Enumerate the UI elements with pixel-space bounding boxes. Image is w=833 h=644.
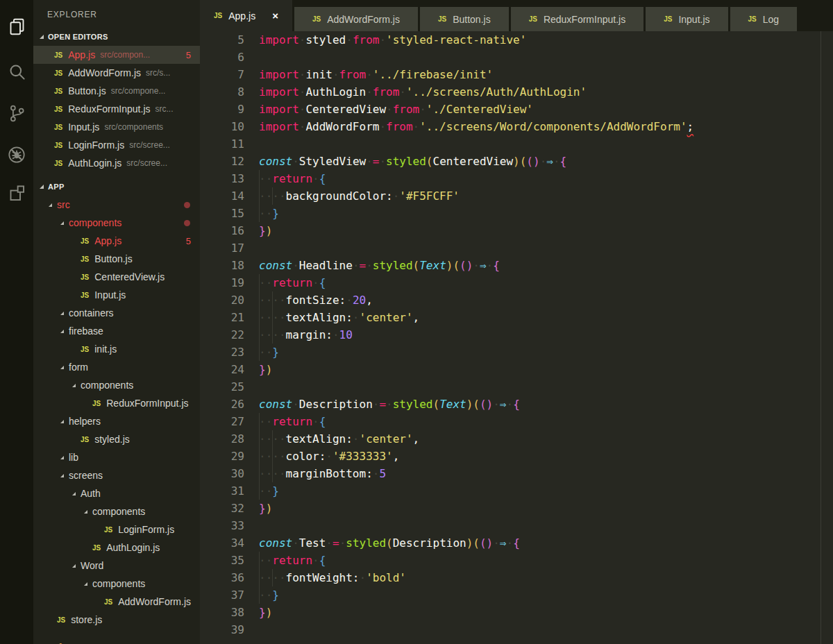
extensions-icon[interactable] <box>0 175 33 211</box>
code-line[interactable]: 20····fontSize:·20, <box>200 291 833 309</box>
code-line[interactable]: 26const·Description·=·styled(Text)(()·⇒·… <box>200 396 833 413</box>
tab-Log[interactable]: JSLog <box>730 7 798 31</box>
tab-AddWordForm.js[interactable]: JSAddWordForm.js <box>294 7 418 31</box>
open-editor-item[interactable]: JSButton.jssrc/compone... <box>33 82 200 100</box>
tree-folder-form[interactable]: form <box>33 358 200 376</box>
code-editor[interactable]: 5import·styled·from·'styled-react-native… <box>200 31 833 644</box>
tree-file-CenteredView.js[interactable]: JSCenteredView.js <box>33 268 200 286</box>
code-line[interactable]: 29····color:·'#333333', <box>200 448 833 465</box>
tree-folder-src[interactable]: src <box>33 196 200 214</box>
code-line[interactable]: 38}) <box>200 604 833 621</box>
code-line[interactable]: 28····textAlign:·'center', <box>200 430 833 448</box>
tree-item-label: store.js <box>71 614 102 625</box>
file-path: src/s... <box>146 68 170 78</box>
tree-file-AuthLogin.js[interactable]: JSAuthLogin.js <box>33 539 200 557</box>
open-editor-item[interactable]: JSApp.jssrc/compon...5 <box>33 46 200 64</box>
tree-file-LoginForm.js[interactable]: JSLoginForm.js <box>33 520 200 539</box>
code-line[interactable]: 36····fontWeight:·'bold' <box>200 569 833 586</box>
tab-Button.js[interactable]: JSButton.js <box>420 7 509 31</box>
code-line[interactable]: 6 <box>200 49 833 66</box>
code-line[interactable]: 5import·styled·from·'styled-react-native… <box>200 31 833 49</box>
tree-folder-firebase[interactable]: firebase <box>33 322 200 340</box>
tree-file-Input.js[interactable]: JSInput.js <box>33 286 200 304</box>
tree-item-label: components <box>92 578 145 589</box>
code-line[interactable]: 12const·StyledView·=·styled(CenteredView… <box>200 153 833 170</box>
js-file-icon: JS <box>54 51 62 59</box>
tree-item-label: components <box>81 380 133 391</box>
twisty-expanded-icon <box>84 510 87 514</box>
tree-item-label: helpers <box>69 416 101 427</box>
tree-folder-components[interactable]: components <box>33 575 200 593</box>
tree-file-App.js[interactable]: JSApp.js5 <box>33 232 200 250</box>
code-line[interactable]: 16}) <box>200 222 833 239</box>
tree-file-partial[interactable]: ƒ <box>33 629 200 644</box>
open-editors-list: JSApp.jssrc/compon...5JSAddWordForm.jssr… <box>33 46 200 172</box>
tree-file-styled.js[interactable]: JSstyled.js <box>33 430 200 448</box>
tree-file-Button.js[interactable]: JSButton.js <box>33 250 200 268</box>
tree-file-init.js[interactable]: JSinit.js <box>33 340 200 358</box>
code-line[interactable]: 39 <box>200 621 833 638</box>
code-line[interactable]: 10import·AddWordForm·from·'../screens/Wo… <box>200 118 833 135</box>
code-line[interactable]: 32}) <box>200 500 833 517</box>
tree-folder-lib[interactable]: lib <box>33 448 200 466</box>
code-line[interactable]: 31··} <box>200 482 833 500</box>
no-debug-icon[interactable] <box>0 137 33 173</box>
code-line[interactable]: 22····margin:·10 <box>200 326 833 344</box>
tree-item-label: firebase <box>69 325 103 337</box>
sidebar-title: EXPLORER <box>33 0 200 28</box>
code-line[interactable]: 35··return·{ <box>200 552 833 569</box>
code-line[interactable]: 13··return·{ <box>200 170 833 187</box>
code-line[interactable]: 33 <box>200 517 833 534</box>
tree-folder-screens[interactable]: screens <box>33 466 200 484</box>
tree-folder-components[interactable]: components <box>33 214 200 232</box>
open-editor-item[interactable]: JSAddWordForm.jssrc/s... <box>33 64 200 82</box>
code-line[interactable]: 24}) <box>200 361 833 378</box>
code-line[interactable]: 11 <box>200 135 833 153</box>
code-line[interactable]: 17 <box>200 239 833 257</box>
open-editor-item[interactable]: JSReduxFormInput.jssrc... <box>33 100 200 118</box>
code-line[interactable]: 14····backgroundColor:·'#F5FCFF' <box>200 187 833 205</box>
tree-folder-components[interactable]: components <box>33 376 200 394</box>
line-number: 10 <box>200 118 244 135</box>
open-editors-header[interactable]: OPEN EDITORS <box>33 28 200 46</box>
code-line[interactable]: 19··return·{ <box>200 274 833 291</box>
js-file-icon: JS <box>529 15 537 23</box>
source-control-icon[interactable] <box>0 95 33 131</box>
tree-folder-helpers[interactable]: helpers <box>33 412 200 430</box>
code-line[interactable]: 18const·Headline·=·styled(Text)(()·⇒·{ <box>200 257 833 274</box>
app-section-header[interactable]: APP <box>33 178 200 196</box>
code-line[interactable]: 37··} <box>200 586 833 604</box>
code-line[interactable]: 7import·init·from·'../firebase/init' <box>200 66 833 83</box>
tree-folder-Auth[interactable]: Auth <box>33 484 200 502</box>
code-line[interactable]: 23··} <box>200 344 833 361</box>
code-line[interactable]: 21····textAlign:·'center', <box>200 309 833 326</box>
tree-folder-containers[interactable]: containers <box>33 304 200 322</box>
tab-ReduxFormInput.js[interactable]: JSReduxFormInput.js <box>511 7 644 31</box>
tree-item-label: containers <box>69 307 114 319</box>
open-editor-item[interactable]: JSLoginForm.jssrc/scree... <box>33 136 200 154</box>
tree-file-ReduxFormInput.js[interactable]: JSReduxFormInput.js <box>33 394 200 412</box>
close-icon[interactable]: × <box>272 10 278 22</box>
code-line[interactable]: 15··} <box>200 205 833 222</box>
code-line[interactable]: 30····marginBottom:·5 <box>200 465 833 482</box>
tree-folder-components[interactable]: components <box>33 502 200 520</box>
open-editor-item[interactable]: JSInput.jssrc/components <box>33 118 200 136</box>
tab-Input.js[interactable]: JSInput.js <box>646 7 727 31</box>
tab-App.js[interactable]: JSApp.js× <box>200 0 292 31</box>
code-line[interactable]: 25 <box>200 378 833 396</box>
line-number: 33 <box>200 517 244 534</box>
tab-label: Button.js <box>453 14 490 25</box>
code-line[interactable]: 9import·CenteredView·from·'./CenteredVie… <box>200 101 833 118</box>
column-ruler <box>821 31 821 644</box>
tree-item-label: App.js <box>94 235 121 246</box>
tree-folder-Word[interactable]: Word <box>33 557 200 575</box>
tree-file-store.js[interactable]: JSstore.js <box>33 611 200 629</box>
files-icon[interactable] <box>0 8 33 44</box>
code-line[interactable]: 34const·Test·=·styled(Description)(()·⇒·… <box>200 534 833 552</box>
code-line[interactable]: 8import·AuthLogin·from·'../screens/Auth/… <box>200 83 833 101</box>
tree-file-AddWordForm.js[interactable]: JSAddWordForm.js <box>33 593 200 611</box>
search-icon[interactable] <box>0 53 33 90</box>
twisty-expanded-icon <box>84 582 87 586</box>
open-editor-item[interactable]: JSAuthLogin.jssrc/scree... <box>33 154 200 172</box>
code-line[interactable]: 27··return·{ <box>200 413 833 430</box>
